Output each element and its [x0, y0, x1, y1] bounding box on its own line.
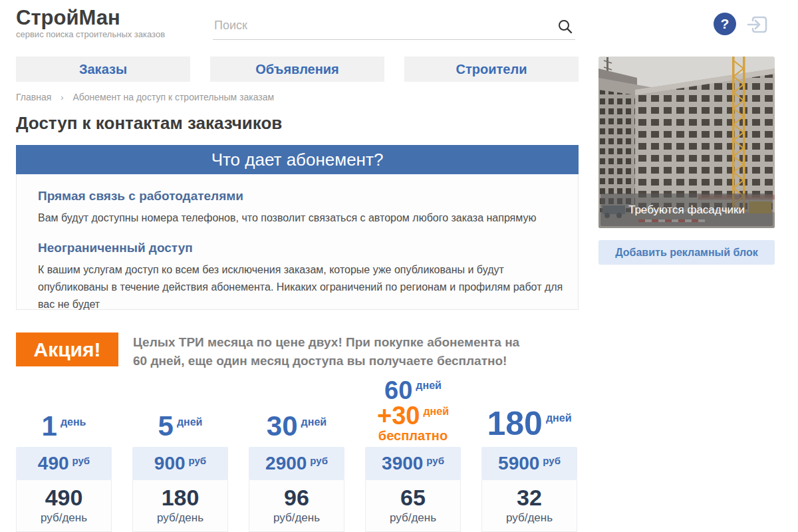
plan-bonus-unit: дней — [423, 406, 449, 417]
ad-banner[interactable]: Требуются фасадчики — [598, 57, 775, 228]
plan-per-day: 32 — [482, 486, 577, 509]
plan-60-days-promo[interactable]: 60дней +30дней бесплатно 3900руб 65 руб/… — [365, 372, 461, 532]
breadcrumb: Главная › Абонемент на доступ к строител… — [16, 92, 274, 102]
plan-per-day-box: 32 руб/день — [481, 480, 577, 532]
plan-30-days[interactable]: 30дней 2900руб 96 руб/день — [249, 372, 344, 532]
search-bar — [213, 13, 575, 40]
logo[interactable]: СтройМан сервис поиска строительных зака… — [16, 8, 165, 39]
benefits-box: Прямая связь с работодателями Вам будут … — [16, 174, 579, 310]
plan-price: 490 — [38, 453, 69, 473]
plan-per-day: 96 — [249, 486, 344, 509]
plan-price-box: 5900руб — [481, 447, 577, 480]
login-icon[interactable] — [746, 13, 769, 36]
plan-duration: 60 — [384, 376, 412, 404]
plan-per-day-box: 490 руб/день — [16, 480, 112, 532]
plan-duration-unit: дней — [301, 416, 327, 428]
plan-price-box: 3900руб — [365, 447, 461, 480]
plan-bonus: +30 — [377, 402, 420, 430]
plan-per-day-box: 65 руб/день — [365, 480, 461, 532]
plan-duration-unit: день — [61, 416, 86, 428]
plan-currency: руб — [189, 455, 207, 466]
tab-orders[interactable]: Заказы — [16, 57, 190, 82]
plan-price-box: 900руб — [132, 447, 228, 480]
benefit-text: Вам будут доступны номера телефонов, что… — [38, 209, 574, 227]
benefits-banner: Что дает абонемент? — [16, 145, 579, 174]
promo-badge: Акция! — [16, 332, 118, 366]
logo-title: СтройМан — [16, 8, 165, 28]
search-icon[interactable] — [558, 19, 573, 34]
tab-ads[interactable]: Объявления — [210, 57, 384, 82]
logo-subtitle: сервис поиска строительных заказов — [16, 29, 165, 39]
plan-per-day-unit: руб/день — [17, 511, 111, 525]
pricing-plans: 1день 490руб 490 руб/день 5дней 900руб 1… — [16, 372, 579, 532]
breadcrumb-separator: › — [61, 92, 63, 102]
plan-price: 3900 — [382, 453, 423, 473]
plan-per-day: 65 — [366, 486, 460, 509]
plan-per-day-unit: руб/день — [249, 511, 344, 525]
plan-1-day[interactable]: 1день 490руб 490 руб/день — [16, 372, 112, 532]
plan-currency: руб — [426, 455, 444, 466]
plan-duration: 1 — [42, 410, 57, 442]
plan-duration: 30 — [267, 410, 298, 442]
tab-builders[interactable]: Строители — [404, 57, 579, 82]
help-icon[interactable]: ? — [714, 13, 736, 35]
plan-bonus-note: бесплатно — [378, 428, 448, 444]
plan-currency: руб — [543, 455, 561, 466]
breadcrumb-home[interactable]: Главная — [16, 92, 51, 102]
plan-currency: руб — [310, 455, 328, 466]
plan-duration: 180 — [487, 405, 543, 442]
search-input[interactable] — [213, 13, 549, 39]
plan-per-day-box: 96 руб/день — [249, 480, 344, 532]
plan-per-day-unit: руб/день — [133, 511, 227, 525]
plan-duration-unit: дней — [416, 380, 442, 391]
plan-per-day: 490 — [17, 486, 111, 509]
plan-per-day: 180 — [133, 486, 227, 509]
page-title: Доступ к контактам заказчиков — [16, 113, 282, 134]
breadcrumb-current: Абонемент на доступ к строительным заказ… — [72, 92, 274, 102]
promo-text: Целых ТРИ месяца по цене двух! При покуп… — [133, 333, 522, 370]
plan-duration: 5 — [158, 410, 174, 442]
plan-per-day-box: 180 руб/день — [132, 480, 228, 532]
plan-price: 900 — [154, 453, 186, 473]
benefit-heading: Прямая связь с работодателями — [38, 189, 558, 203]
plan-180-days[interactable]: 180дней 5900руб 32 руб/день — [481, 372, 577, 532]
plan-price: 5900 — [498, 453, 539, 473]
plan-per-day-unit: руб/день — [482, 511, 577, 525]
plan-duration-unit: дней — [546, 412, 572, 424]
plan-currency: руб — [72, 455, 90, 466]
benefit-heading: Неограниченный доступ — [38, 241, 558, 255]
plan-price: 2900 — [265, 453, 307, 473]
add-ad-block-button[interactable]: Добавить рекламный блок — [598, 240, 775, 265]
benefit-text: К вашим услугам доступ ко всем без исклю… — [38, 261, 574, 313]
plan-per-day-unit: руб/день — [366, 511, 460, 525]
main-nav: Заказы Объявления Строители — [16, 57, 579, 82]
plan-price-box: 490руб — [16, 447, 112, 480]
plan-5-days[interactable]: 5дней 900руб 180 руб/день — [132, 372, 228, 532]
ad-caption: Требуются фасадчики — [600, 194, 773, 226]
plan-duration-unit: дней — [177, 416, 203, 428]
plan-price-box: 2900руб — [249, 447, 344, 480]
